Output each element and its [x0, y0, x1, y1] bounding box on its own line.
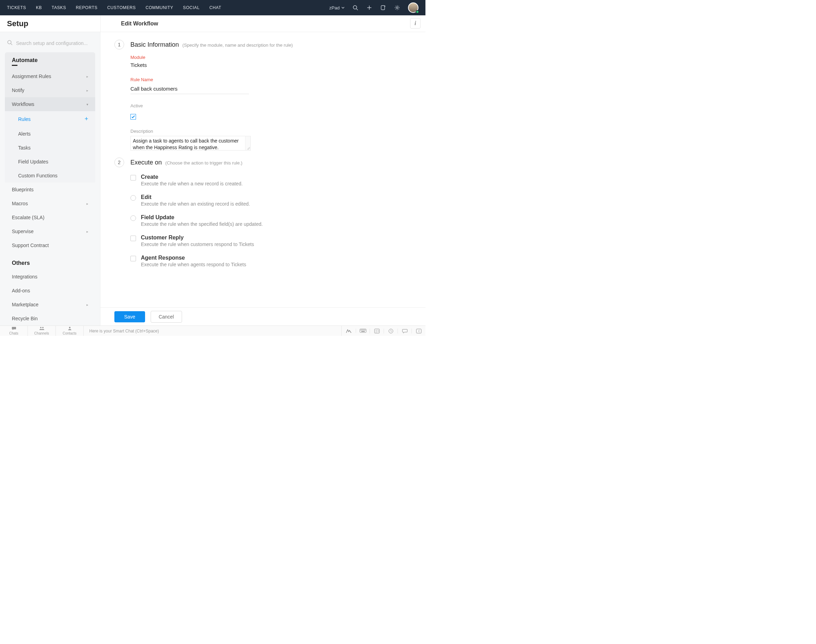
chatbar-icons: [342, 329, 426, 333]
nav-chat[interactable]: CHAT: [209, 5, 221, 10]
workflow-title-bar: Edit Workflow i: [100, 15, 426, 32]
comment-icon[interactable]: [398, 329, 412, 333]
sidebar-item-supervise[interactable]: Supervise ▸: [5, 224, 95, 238]
keyboard-icon[interactable]: [356, 329, 370, 333]
sidebar-item-label: Integrations: [12, 274, 37, 279]
svg-rect-23: [416, 329, 421, 333]
sidebar-item-workflows[interactable]: Workflows ▾: [5, 97, 95, 111]
active-label: Active: [131, 103, 412, 108]
cancel-button[interactable]: Cancel: [151, 311, 182, 323]
main-content: 1 Basic Information (Specify the module,…: [100, 32, 426, 325]
smart-chat-input[interactable]: Here is your Smart Chat (Ctrl+Space): [84, 326, 342, 336]
svg-point-5: [384, 6, 385, 7]
nav-social[interactable]: SOCIAL: [183, 5, 200, 10]
presence-dot-icon: [416, 10, 419, 14]
chat-tab-contacts[interactable]: Contacts: [56, 325, 84, 336]
checkbox-icon[interactable]: [131, 256, 136, 261]
nav-community[interactable]: COMMUNITY: [145, 5, 173, 10]
sidebar-item-label: Field Updates: [18, 159, 48, 164]
notification-icon[interactable]: [380, 5, 386, 11]
option-desc: Execute the rule when customers respond …: [141, 241, 254, 247]
sidebar-sub-custom-functions[interactable]: Custom Functions: [5, 169, 95, 182]
sidebar-item-notify[interactable]: Notify ▸: [5, 83, 95, 97]
sidebar-item-blueprints[interactable]: Blueprints: [5, 182, 95, 196]
plus-icon[interactable]: [366, 5, 372, 11]
sidebar-item-support-contract[interactable]: Support Contract: [5, 238, 95, 252]
section-title: Basic Information: [131, 41, 179, 48]
checklist-icon[interactable]: [370, 329, 384, 333]
description-label: Description: [131, 129, 412, 134]
automate-rest: Blueprints Macros ▸ Escalate (SLA) Super…: [0, 182, 100, 325]
search-icon[interactable]: [352, 5, 358, 11]
nav-tickets[interactable]: TICKETS: [7, 5, 26, 10]
sidebar-item-addons[interactable]: Add-ons: [5, 284, 95, 297]
sidebar-item-label: Escalate (SLA): [12, 215, 44, 220]
checkbox-icon[interactable]: [131, 236, 136, 241]
action-bar: Save Cancel: [100, 307, 426, 325]
sidebar-sub-alerts[interactable]: Alerts: [5, 127, 95, 141]
sidebar-sub-field-updates[interactable]: Field Updates: [5, 155, 95, 169]
execute-option-edit[interactable]: Edit Execute the rule when an existing r…: [131, 191, 412, 212]
execute-options: Create Execute the rule when a new recor…: [131, 171, 412, 272]
body-row: Automate Assignment Rules ▸ Notify ▸ Wor…: [0, 32, 426, 325]
section-hint: (Specify the module, name and descriptio…: [182, 43, 293, 48]
nav-tasks[interactable]: TASKS: [52, 5, 66, 10]
nav-kb[interactable]: KB: [36, 5, 42, 10]
option-title: Edit: [141, 194, 250, 200]
collapse-icon[interactable]: [412, 329, 426, 333]
svg-point-6: [396, 7, 398, 9]
svg-point-7: [8, 40, 11, 44]
add-rule-button[interactable]: +: [85, 115, 88, 123]
content-scroll[interactable]: 1 Basic Information (Specify the module,…: [100, 32, 426, 307]
resize-handle-icon[interactable]: [245, 136, 250, 150]
execute-option-agent-response[interactable]: Agent Response Execute the rule when age…: [131, 252, 412, 272]
sidebar-item-integrations[interactable]: Integrations: [5, 270, 95, 284]
execute-option-customer-reply[interactable]: Customer Reply Execute the rule when cus…: [131, 232, 412, 252]
chat-tab-channels[interactable]: Channels: [28, 325, 56, 336]
chat-tab-label: Channels: [34, 331, 49, 335]
info-button[interactable]: i: [410, 18, 421, 29]
radio-icon[interactable]: [131, 195, 136, 201]
chat-tab-label: Chats: [9, 331, 18, 335]
rule-name-input[interactable]: [131, 84, 249, 94]
radio-icon[interactable]: [131, 215, 136, 221]
svg-point-10: [42, 327, 44, 328]
sidebar-item-recycle-bin[interactable]: Recycle Bin: [5, 311, 95, 325]
workflows-submenu: Rules + Alerts Tasks Field Updates Custo…: [5, 111, 95, 182]
sidebar-item-label: Marketplace: [12, 302, 38, 307]
sidebar-item-marketplace[interactable]: Marketplace ▸: [5, 297, 95, 311]
rule-name-label: Rule Name: [131, 77, 412, 82]
svg-rect-12: [360, 329, 366, 333]
search-input[interactable]: [6, 38, 94, 48]
sidebar-item-escalate[interactable]: Escalate (SLA): [5, 210, 95, 224]
description-textarea[interactable]: [131, 136, 245, 150]
checkbox-icon[interactable]: [131, 175, 136, 181]
chat-tab-chats[interactable]: Chats: [0, 325, 28, 336]
section-hint: (Choose the action to trigger this rule.…: [165, 160, 242, 166]
zia-icon[interactable]: [342, 329, 356, 333]
nav-reports[interactable]: REPORTS: [76, 5, 98, 10]
sidebar-sub-tasks[interactable]: Tasks: [5, 141, 95, 155]
sidebar-item-assignment-rules[interactable]: Assignment Rules ▸: [5, 69, 95, 83]
option-title: Create: [141, 174, 243, 180]
execute-option-create[interactable]: Create Execute the rule when a new recor…: [131, 171, 412, 191]
svg-rect-14: [362, 330, 362, 330]
svg-rect-4: [381, 6, 385, 10]
sidebar-item-label: Alerts: [18, 131, 31, 136]
clock-icon[interactable]: [384, 329, 398, 333]
sidebar: Automate Assignment Rules ▸ Notify ▸ Wor…: [0, 32, 100, 325]
nav-customers[interactable]: CUSTOMERS: [108, 5, 136, 10]
gear-icon[interactable]: [394, 5, 400, 11]
sidebar-item-label: Supervise: [12, 228, 34, 234]
chevron-down-icon: [341, 7, 344, 9]
save-button[interactable]: Save: [114, 311, 145, 322]
sidebar-sub-rules[interactable]: Rules +: [5, 111, 95, 127]
svg-rect-18: [361, 331, 365, 332]
active-checkbox[interactable]: [131, 114, 136, 120]
org-switcher[interactable]: zPad: [329, 5, 344, 11]
execute-option-field-update[interactable]: Field Update Execute the rule when the s…: [131, 212, 412, 232]
sidebar-item-label: Notify: [12, 87, 25, 93]
active-block: Active: [131, 103, 412, 120]
top-navbar: TICKETS KB TASKS REPORTS CUSTOMERS COMMU…: [0, 0, 426, 15]
sidebar-item-macros[interactable]: Macros ▸: [5, 196, 95, 210]
